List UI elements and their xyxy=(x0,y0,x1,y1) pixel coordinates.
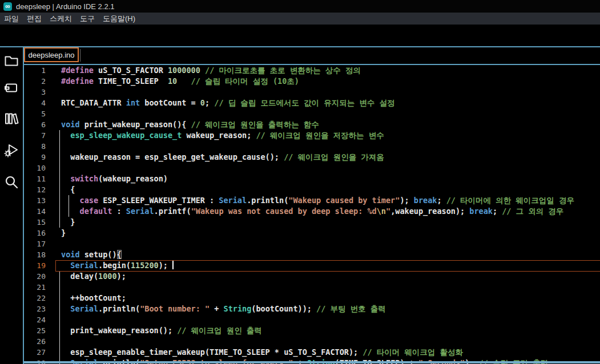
line-number: 19 xyxy=(24,260,46,271)
code-line[interactable]: 18void setup(){ xyxy=(24,249,600,260)
arduino-logo-icon: ∞ xyxy=(3,2,12,11)
code-line[interactable]: 11 switch(wakeup_reason) xyxy=(24,173,600,184)
code-text: { xyxy=(46,184,75,195)
code-line[interactable]: 27 esp_sleep_enable_timer_wakeup(TIME_TO… xyxy=(24,347,600,358)
line-number: 13 xyxy=(24,195,46,206)
code-line[interactable]: 16} xyxy=(24,228,600,238)
line-number: 11 xyxy=(24,173,46,184)
menu-help[interactable]: 도움말(H) xyxy=(99,14,139,24)
tab-label: deepsleep.ino xyxy=(29,51,75,59)
books-icon xyxy=(3,111,19,127)
code-text: Serial.println("Boot number: " + String(… xyxy=(46,304,386,314)
code-text: void setup(){ xyxy=(46,249,122,260)
line-number: 22 xyxy=(24,293,46,304)
code-line[interactable]: 4RTC_DATA_ATTR int bootCount = 0; // 딥 슬… xyxy=(24,98,600,108)
sidebar-item-search[interactable] xyxy=(3,173,20,191)
line-number: 16 xyxy=(24,228,46,238)
code-text xyxy=(46,238,61,249)
line-number: 24 xyxy=(24,314,46,325)
code-text: ++bootCount; xyxy=(46,293,126,304)
code-text xyxy=(46,108,61,119)
code-text: } xyxy=(46,217,75,228)
code-text: default : Serial.printf("Wakeup was not … xyxy=(46,206,563,217)
menu-edit[interactable]: 편집 xyxy=(23,14,46,24)
tab-separator xyxy=(80,49,80,62)
code-line[interactable]: 7 esp_sleep_wakeup_cause_t wakeup_reason… xyxy=(24,130,600,141)
search-icon xyxy=(3,174,19,190)
code-text: print_wakeup_reason(); // 웨이크업 원인 출력 xyxy=(46,325,262,336)
code-text: wakeup_reason = esp_sleep_get_wakeup_cau… xyxy=(46,152,384,163)
line-number: 12 xyxy=(24,184,46,195)
text-cursor xyxy=(172,261,174,269)
code-line[interactable]: 6void print_wakeup_reason(){ // 웨이크업 원인을… xyxy=(24,119,600,130)
board-chip-icon xyxy=(3,80,19,96)
line-number: 4 xyxy=(24,98,46,108)
code-line[interactable]: 8 xyxy=(24,141,600,152)
code-line[interactable]: 25 print_wakeup_reason(); // 웨이크업 원인 출력 xyxy=(24,325,600,336)
line-number: 9 xyxy=(24,152,46,163)
code-line[interactable]: 19 Serial.begin(115200); xyxy=(24,260,600,271)
code-text: delay(1000); xyxy=(46,271,126,282)
arduino-ide-window: ∞ deepsleep | Arduino IDE 2.2.1 파일 편집 스케… xyxy=(0,0,600,364)
line-number: 18 xyxy=(24,249,46,260)
tab-bar: deepsleep.ino xyxy=(24,47,600,64)
scope-guide xyxy=(69,195,69,217)
line-number: 6 xyxy=(24,119,46,130)
toolbar: ESP32 Dev Module ▾ xyxy=(0,25,600,46)
code-text: case ESP_SLEEP_WAKEUP_TIMER : Serial.pri… xyxy=(46,195,574,206)
code-line[interactable]: 17 xyxy=(24,238,600,249)
code-text: esp_sleep_enable_timer_wakeup(TIME_TO_SL… xyxy=(46,347,463,358)
code-line[interactable]: 9 wakeup_reason = esp_sleep_get_wakeup_c… xyxy=(24,152,600,163)
code-line[interactable]: 22 ++bootCount; xyxy=(24,293,600,304)
code-line[interactable]: 20 delay(1000); xyxy=(24,271,600,282)
line-number: 1 xyxy=(24,65,46,76)
sidebar-item-library-manager[interactable] xyxy=(3,110,20,127)
window-title: deepsleep | Arduino IDE 2.2.1 xyxy=(16,2,115,11)
sidebar-item-debug[interactable] xyxy=(3,141,20,159)
code-line[interactable]: 23 Serial.println("Boot number: " + Stri… xyxy=(24,304,600,314)
sidebar-item-boards-manager[interactable] xyxy=(3,79,20,96)
code-text: Serial.begin(115200); xyxy=(46,260,174,271)
code-text: switch(wakeup_reason) xyxy=(46,173,168,184)
code-line[interactable]: 21 xyxy=(24,282,600,293)
menu-tools[interactable]: 도구 xyxy=(76,14,99,24)
menu-file[interactable]: 파일 xyxy=(0,14,23,24)
code-line[interactable]: 3 xyxy=(24,87,600,98)
code-text: void print_wakeup_reason(){ // 웨이크업 원인을 … xyxy=(46,119,319,130)
line-number: 7 xyxy=(24,130,46,141)
line-number: 8 xyxy=(24,141,46,152)
menu-sketch[interactable]: 스케치 xyxy=(46,14,76,24)
line-number: 27 xyxy=(24,347,46,358)
code-line[interactable]: 2#define TIME_TO_SLEEP 10 // 슬립 타이머 설정 (… xyxy=(24,76,600,87)
code-line[interactable]: 24 xyxy=(24,314,600,325)
line-number: 5 xyxy=(24,108,46,119)
code-line[interactable]: 12 { xyxy=(24,184,600,195)
debug-icon xyxy=(3,142,19,158)
code-text: #define TIME_TO_SLEEP 10 // 슬립 타이머 설정 (1… xyxy=(46,76,299,87)
tab-deepsleep-ino[interactable]: deepsleep.ino xyxy=(24,47,79,62)
sidebar-item-sketchbook[interactable] xyxy=(3,51,20,68)
code-line[interactable]: 13 case ESP_SLEEP_WAKEUP_TIMER : Serial.… xyxy=(24,195,600,206)
code-text: RTC_DATA_ATTR int bootCount = 0; // 딥 슬립… xyxy=(46,98,394,108)
code-line[interactable]: 26 xyxy=(24,336,600,347)
activity-sidebar xyxy=(0,47,23,364)
code-text xyxy=(46,87,61,98)
code-editor[interactable]: 1#define uS_TO_S_FACTOR 1000000 // 마이크로초… xyxy=(24,65,600,364)
code-line[interactable]: 15 } xyxy=(24,217,600,228)
line-number: 3 xyxy=(24,87,46,98)
code-line[interactable]: 5 xyxy=(24,108,600,119)
line-number: 23 xyxy=(24,304,46,314)
code-line[interactable]: 1#define uS_TO_S_FACTOR 1000000 // 마이크로초… xyxy=(24,65,600,76)
scope-guide xyxy=(59,271,60,364)
code-line[interactable]: 10 xyxy=(24,163,600,173)
line-number: 15 xyxy=(24,217,46,228)
menu-bar: 파일 편집 스케치 도구 도움말(H) xyxy=(0,13,600,25)
line-number: 17 xyxy=(24,238,46,249)
code-line[interactable]: 14 default : Serial.printf("Wakeup was n… xyxy=(24,206,600,217)
folder-icon xyxy=(3,52,19,68)
line-number: 10 xyxy=(24,163,46,173)
title-bar: ∞ deepsleep | Arduino IDE 2.2.1 xyxy=(0,0,600,13)
scope-guide xyxy=(59,130,60,228)
statusbar-top-edge xyxy=(24,361,600,363)
line-number: 26 xyxy=(24,336,46,347)
